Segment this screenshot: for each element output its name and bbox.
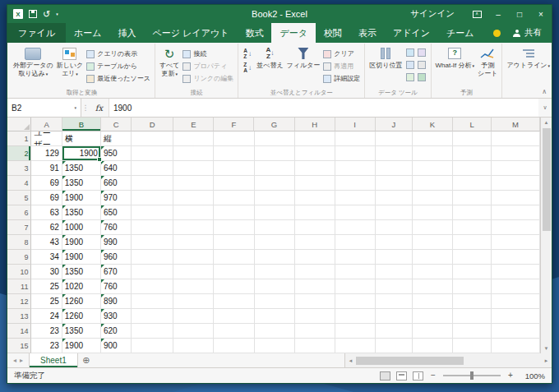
scroll-left-icon[interactable]: ◄ bbox=[345, 358, 356, 363]
row-header-5[interactable]: 5 bbox=[7, 191, 31, 205]
cell-G4[interactable] bbox=[255, 176, 295, 191]
manage-data-model-icon[interactable] bbox=[418, 73, 426, 81]
row-header-11[interactable]: 11 bbox=[7, 279, 31, 294]
cell-D9[interactable] bbox=[132, 250, 173, 265]
advanced-button[interactable]: 詳細設定 bbox=[321, 72, 362, 85]
column-header-G[interactable]: G bbox=[254, 118, 294, 131]
cell-M12[interactable] bbox=[492, 294, 540, 309]
cell-L7[interactable] bbox=[453, 220, 492, 235]
cell-B11[interactable]: 1020 bbox=[62, 279, 101, 294]
add-sheet-button[interactable]: ⊕ bbox=[78, 353, 95, 367]
cell-F14[interactable] bbox=[214, 324, 254, 339]
horizontal-scroll-thumb[interactable] bbox=[356, 357, 464, 365]
cell-G5[interactable] bbox=[255, 191, 295, 205]
cell-L4[interactable] bbox=[453, 176, 492, 191]
maximize-button[interactable]: □ bbox=[509, 5, 530, 23]
cell-I14[interactable] bbox=[335, 324, 376, 339]
cell-J13[interactable] bbox=[376, 309, 413, 324]
cell-B1[interactable]: 横 bbox=[62, 131, 101, 146]
get-external-data-button[interactable]: 外部データの 取り込み▾ bbox=[12, 44, 55, 87]
cell-G13[interactable] bbox=[255, 309, 295, 324]
cell-L15[interactable] bbox=[453, 339, 492, 353]
cell-M15[interactable] bbox=[492, 339, 540, 353]
excel-app-icon[interactable]: X bbox=[13, 9, 23, 19]
cell-A3[interactable]: 91 bbox=[31, 161, 62, 176]
cell-H1[interactable] bbox=[295, 131, 335, 146]
sort-descending-button[interactable]: ZA↓ bbox=[241, 62, 254, 74]
refresh-all-button[interactable]: ↻ すべて 更新▾ bbox=[158, 44, 182, 87]
cell-C5[interactable]: 970 bbox=[101, 191, 132, 205]
column-header-D[interactable]: D bbox=[132, 118, 173, 131]
cell-J12[interactable] bbox=[376, 294, 413, 309]
recent-sources-button[interactable]: 最近使ったソース bbox=[85, 72, 152, 85]
filter-button[interactable]: フィルター bbox=[285, 44, 322, 87]
cell-C8[interactable]: 990 bbox=[101, 235, 132, 250]
cell-A4[interactable]: 69 bbox=[31, 176, 62, 191]
cell-B10[interactable]: 1350 bbox=[62, 265, 101, 279]
cell-M13[interactable] bbox=[492, 309, 540, 324]
cell-E4[interactable] bbox=[173, 176, 214, 191]
cell-F11[interactable] bbox=[214, 279, 254, 294]
cell-M11[interactable] bbox=[492, 279, 540, 294]
cell-J2[interactable] bbox=[376, 146, 413, 161]
cell-F15[interactable] bbox=[214, 339, 254, 353]
tab-review[interactable]: 校閲 bbox=[316, 23, 350, 43]
what-if-analysis-button[interactable]: ? What-If 分析▾ bbox=[434, 44, 477, 87]
zoom-out-button[interactable]: − bbox=[429, 371, 437, 380]
cell-H15[interactable] bbox=[295, 339, 335, 353]
clear-button[interactable]: クリア bbox=[321, 48, 362, 60]
cell-H6[interactable] bbox=[295, 205, 335, 220]
column-header-C[interactable]: C bbox=[101, 118, 132, 131]
sort-button[interactable]: AZ↓ 並べ替え bbox=[255, 44, 284, 87]
cell-G8[interactable] bbox=[255, 235, 295, 250]
cell-K2[interactable] bbox=[413, 146, 453, 161]
cell-G12[interactable] bbox=[255, 294, 295, 309]
text-to-columns-button[interactable]: 区切り位置 bbox=[367, 44, 404, 87]
cell-G6[interactable] bbox=[255, 205, 295, 220]
cell-A2[interactable]: 129 bbox=[31, 146, 62, 161]
cell-H7[interactable] bbox=[295, 220, 335, 235]
cell-I13[interactable] bbox=[335, 309, 376, 324]
insert-function-button[interactable]: fx bbox=[90, 99, 109, 117]
vertical-scrollbar[interactable]: ▲ ▼ bbox=[540, 118, 552, 353]
row-header-3[interactable]: 3 bbox=[7, 161, 31, 176]
cell-F6[interactable] bbox=[214, 205, 254, 220]
reapply-button[interactable]: 再適用 bbox=[321, 60, 362, 72]
column-header-F[interactable]: F bbox=[214, 118, 254, 131]
cell-H9[interactable] bbox=[295, 250, 335, 265]
cell-F9[interactable] bbox=[214, 250, 254, 265]
forecast-sheet-button[interactable]: 予測 シート bbox=[476, 44, 499, 87]
cell-G14[interactable] bbox=[255, 324, 295, 339]
cell-A9[interactable]: 34 bbox=[31, 250, 62, 265]
cell-A6[interactable]: 63 bbox=[31, 205, 62, 220]
column-header-J[interactable]: J bbox=[376, 118, 413, 131]
cell-A11[interactable]: 25 bbox=[31, 279, 62, 294]
sheet-tab-sheet1[interactable]: Sheet1 bbox=[29, 353, 78, 367]
cell-D12[interactable] bbox=[132, 294, 173, 309]
name-box[interactable]: B2 ▾ bbox=[7, 99, 81, 117]
cell-E8[interactable] bbox=[173, 235, 214, 250]
select-all-button[interactable] bbox=[7, 118, 31, 131]
cell-E6[interactable] bbox=[173, 205, 214, 220]
cell-I3[interactable] bbox=[335, 161, 376, 176]
cell-G2[interactable] bbox=[255, 146, 295, 161]
cell-D4[interactable] bbox=[132, 176, 173, 191]
cell-D15[interactable] bbox=[132, 339, 173, 353]
cell-H2[interactable] bbox=[295, 146, 335, 161]
cell-B15[interactable]: 1900 bbox=[62, 339, 101, 353]
cell-D13[interactable] bbox=[132, 309, 173, 324]
column-header-K[interactable]: K bbox=[413, 118, 453, 131]
row-header-9[interactable]: 9 bbox=[7, 250, 31, 265]
cell-M1[interactable] bbox=[492, 131, 540, 146]
consolidate-icon[interactable] bbox=[418, 48, 426, 57]
cell-A12[interactable]: 25 bbox=[31, 294, 62, 309]
cell-C10[interactable]: 670 bbox=[101, 265, 132, 279]
share-button[interactable]: 共有 bbox=[503, 23, 552, 43]
cell-G15[interactable] bbox=[255, 339, 295, 353]
row-header-10[interactable]: 10 bbox=[7, 265, 31, 279]
cell-M9[interactable] bbox=[492, 250, 540, 265]
cell-K9[interactable] bbox=[413, 250, 453, 265]
cell-B14[interactable]: 1350 bbox=[62, 324, 101, 339]
cell-K13[interactable] bbox=[413, 309, 453, 324]
cell-B6[interactable]: 1350 bbox=[62, 205, 101, 220]
